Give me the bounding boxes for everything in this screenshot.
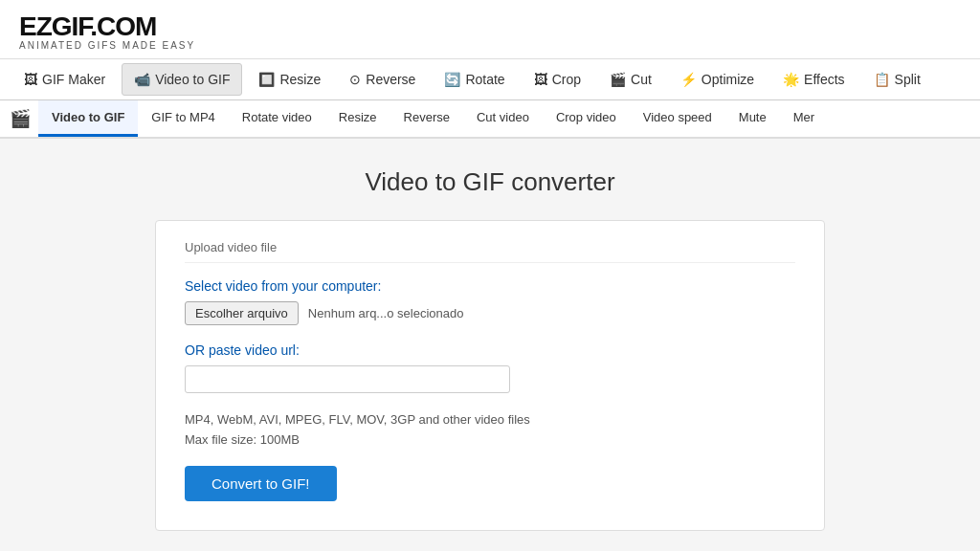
- tab-video-to-gif[interactable]: Video to GIF: [38, 100, 138, 137]
- primary-nav: 🖼 GIF Maker 📹 Video to GIF 🔲 Resize ⊙ Re…: [0, 59, 980, 100]
- url-label: OR paste video url:: [185, 342, 795, 358]
- nav-gif-maker[interactable]: 🖼 GIF Maker: [11, 63, 118, 96]
- crop-icon: 🖼: [534, 72, 547, 87]
- tab-rotate-video[interactable]: Rotate video: [229, 100, 325, 137]
- choose-file-button[interactable]: Escolher arquivo: [185, 301, 299, 325]
- tab-resize[interactable]: Resize: [325, 100, 390, 137]
- effects-icon: 🌟: [783, 72, 799, 87]
- nav-split[interactable]: 📋 Split: [861, 63, 933, 96]
- nav-resize[interactable]: 🔲 Resize: [246, 63, 333, 96]
- logo-tagline: ANIMATED GIFS MADE EASY: [19, 40, 961, 51]
- tab-mer[interactable]: Mer: [780, 100, 828, 137]
- nav-rotate[interactable]: 🔄 Rotate: [432, 63, 517, 96]
- file-name-display: Nenhum arq...o selecionado: [308, 306, 464, 320]
- page-title: Video to GIF converter: [19, 167, 961, 197]
- secondary-nav: 🎬 Video to GIF GIF to MP4 Rotate video R…: [0, 100, 980, 139]
- main-content: Video to GIF converter Upload video file…: [0, 139, 980, 551]
- optimize-icon: ⚡: [680, 72, 697, 87]
- tab-video-speed[interactable]: Video speed: [630, 100, 725, 137]
- tab-cut-video[interactable]: Cut video: [463, 100, 543, 137]
- nav-video-to-gif[interactable]: 📹 Video to GIF: [122, 63, 242, 96]
- format-info: MP4, WebM, AVI, MPEG, FLV, MOV, 3GP and …: [185, 410, 795, 451]
- logo: EZGIF.COM: [19, 11, 961, 42]
- rotate-icon: 🔄: [444, 72, 460, 87]
- nav-optimize[interactable]: ⚡ Optimize: [668, 63, 767, 96]
- video-to-gif-icon: 📹: [134, 72, 150, 87]
- split-icon: 📋: [874, 72, 890, 87]
- header: EZGIF.COM ANIMATED GIFS MADE EASY: [0, 0, 980, 59]
- upload-box: Upload video file Select video from your…: [155, 220, 825, 531]
- tab-crop-video[interactable]: Crop video: [543, 100, 630, 137]
- url-input-group: OR paste video url:: [185, 342, 795, 393]
- nav-crop[interactable]: 🖼 Crop: [522, 63, 593, 96]
- file-select-group: Select video from your computer: Escolhe…: [185, 278, 795, 325]
- file-label: Select video from your computer:: [185, 278, 795, 294]
- nav-reverse[interactable]: ⊙ Reverse: [337, 63, 428, 96]
- tab-gif-to-mp4[interactable]: GIF to MP4: [138, 100, 228, 137]
- tab-reverse[interactable]: Reverse: [390, 100, 463, 137]
- reverse-icon: ⊙: [349, 72, 361, 87]
- film-icon: 🎬: [10, 108, 31, 129]
- url-input[interactable]: [185, 365, 510, 393]
- file-input-row: Escolher arquivo Nenhum arq...o selecion…: [185, 301, 795, 325]
- tab-mute[interactable]: Mute: [725, 100, 780, 137]
- nav-effects[interactable]: 🌟 Effects: [770, 63, 858, 96]
- convert-button[interactable]: Convert to GIF!: [185, 466, 337, 501]
- upload-legend: Upload video file: [185, 240, 795, 263]
- cut-icon: 🎬: [610, 72, 626, 87]
- gif-maker-icon: 🖼: [24, 72, 37, 87]
- resize-icon: 🔲: [258, 72, 275, 87]
- nav-cut[interactable]: 🎬 Cut: [597, 63, 664, 96]
